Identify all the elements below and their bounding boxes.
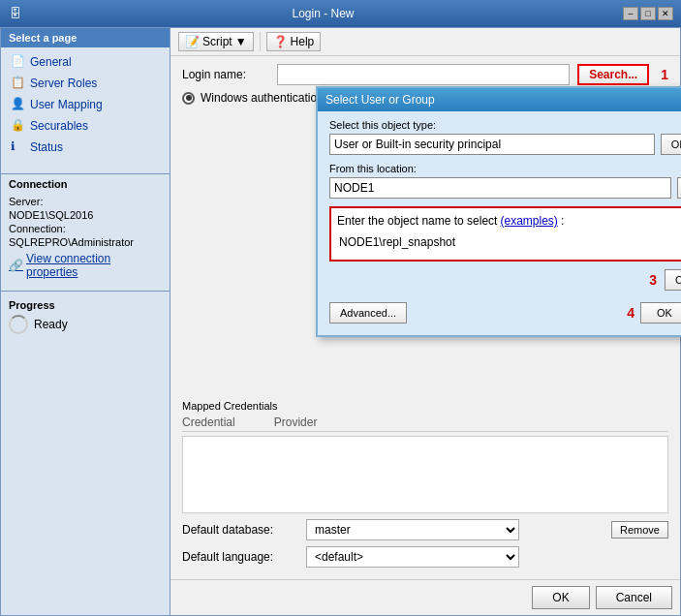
connection-label: Connection: (9, 223, 162, 234)
default-database-label: Default database: (182, 523, 298, 537)
sidebar-item-status[interactable]: ℹ Status (5, 137, 166, 158)
search-button[interactable]: Search... (577, 64, 649, 85)
script-label: Script (202, 35, 232, 48)
login-name-row: Login name: Search... 1 (182, 64, 668, 85)
connection-title: Connection (9, 178, 162, 190)
progress-spinner (9, 315, 28, 334)
locations-button[interactable]: Locations... (677, 177, 681, 199)
help-label: Help (291, 35, 315, 48)
cancel-button[interactable]: Cancel (596, 586, 672, 609)
toolbar: 📝 Script ▼ ❓ Help (170, 28, 680, 56)
progress-status: Ready (34, 318, 68, 331)
connection-value: SQLREPRO\Administrator (9, 236, 162, 248)
modal-title: Select User or Group (325, 93, 435, 107)
securables-icon: 🔒 (11, 118, 26, 134)
sidebar: Select a page 📄 General 📋 Server Roles 👤… (1, 28, 170, 615)
server-label: Server: (9, 196, 162, 207)
check-names-button[interactable]: Check Names (665, 269, 681, 291)
sidebar-item-general[interactable]: 📄 General (5, 51, 166, 73)
modal-body: Select this object type: Object Types...… (318, 111, 681, 335)
maximize-button[interactable]: □ (640, 7, 656, 20)
app-icon: 🗄 (8, 6, 23, 21)
script-dropdown-icon: ▼ (235, 35, 247, 48)
modal-footer: Advanced... 4 OK Cancel (329, 296, 681, 327)
sidebar-item-securables-label: Securables (30, 119, 88, 133)
main-container: Select a page 📄 General 📋 Server Roles 👤… (0, 27, 681, 616)
object-type-input[interactable] (329, 134, 655, 155)
provider-col-header: Provider (274, 416, 318, 429)
credential-col-header: Credential (182, 416, 235, 429)
modal-title-bar: Select User or Group ✕ (318, 88, 681, 111)
server-roles-icon: 📋 (11, 76, 26, 91)
location-label: From this location: (329, 163, 681, 174)
help-button[interactable]: ❓ Help (266, 32, 322, 51)
location-section: From this location: Locations... (329, 163, 681, 199)
content-area: 📝 Script ▼ ❓ Help Login name: Search... … (170, 28, 680, 615)
ok-button[interactable]: OK (532, 586, 589, 609)
progress-title: Progress (9, 299, 162, 311)
sidebar-item-general-label: General (30, 55, 72, 69)
object-type-row: Object Types... (329, 134, 681, 155)
toolbar-separator (260, 32, 261, 51)
footer-right: 4 OK Cancel (627, 302, 681, 323)
default-language-label: Default language: (182, 550, 298, 564)
sidebar-header: Select a page (1, 28, 170, 47)
view-connection-link[interactable]: 🔗 View connection properties (9, 252, 162, 279)
connection-link-icon: 🔗 (9, 259, 23, 272)
help-icon: ❓ (273, 35, 288, 48)
general-icon: 📄 (11, 54, 26, 70)
remove-button[interactable]: Remove (611, 521, 668, 539)
sidebar-item-securables[interactable]: 🔒 Securables (5, 115, 166, 137)
view-connection-label: View connection properties (26, 252, 162, 279)
credentials-table (182, 436, 668, 513)
mapped-credentials-label: Mapped Credentials (182, 400, 668, 412)
object-types-button[interactable]: Object Types... (661, 134, 681, 155)
user-mapping-icon: 👤 (11, 97, 26, 112)
windows-auth-radio[interactable] (182, 92, 195, 105)
sidebar-item-status-label: Status (30, 140, 63, 154)
progress-section: Progress Ready (1, 291, 170, 342)
default-database-row: Default database: master (182, 519, 611, 540)
sidebar-item-server-roles-label: Server Roles (30, 77, 97, 90)
windows-auth-label: Windows authentication (201, 91, 324, 105)
select-user-dialog: Select User or Group ✕ Select this objec… (316, 86, 681, 337)
location-row: Locations... (329, 177, 681, 199)
check-names-row: 3 Check Names (329, 269, 681, 291)
object-name-input[interactable] (337, 231, 681, 254)
object-type-label: Select this object type: (329, 119, 681, 131)
object-type-section: Select this object type: Object Types... (329, 119, 681, 155)
annotation-4: 4 (627, 305, 635, 321)
status-icon: ℹ (11, 139, 26, 155)
credentials-area: Mapped Credentials Credential Provider R… (170, 394, 680, 579)
close-button[interactable]: ✕ (658, 7, 673, 20)
bottom-buttons: OK Cancel (170, 579, 680, 615)
examples-link[interactable]: (examples) (501, 214, 558, 228)
progress-indicator: Ready (9, 315, 162, 334)
object-name-section: Enter the object name to select (example… (329, 206, 681, 262)
object-name-row: 2 (337, 231, 681, 254)
minimize-button[interactable]: – (623, 7, 638, 20)
script-icon: 📝 (185, 35, 200, 48)
title-bar: 🗄 Login - New – □ ✕ (0, 0, 681, 27)
annotation-1: 1 (661, 67, 668, 82)
default-language-select[interactable]: <default> (306, 546, 519, 568)
credentials-header: Credential Provider (182, 416, 668, 432)
sidebar-item-server-roles[interactable]: 📋 Server Roles (5, 73, 166, 94)
window-controls: – □ ✕ (623, 7, 673, 20)
advanced-button[interactable]: Advanced... (329, 302, 407, 323)
login-name-label: Login name: (182, 68, 269, 81)
window-title: Login - New (23, 7, 623, 20)
default-database-select[interactable]: master (306, 519, 519, 540)
sidebar-item-user-mapping-label: User Mapping (30, 98, 103, 111)
script-button[interactable]: 📝 Script ▼ (178, 32, 254, 51)
location-input[interactable] (329, 177, 671, 199)
object-name-label: Enter the object name to select (example… (337, 214, 681, 228)
default-language-row: Default language: <default> (182, 546, 668, 568)
credentials-section: Mapped Credentials Credential Provider R… (182, 400, 668, 513)
modal-ok-button[interactable]: OK (640, 302, 681, 323)
sidebar-item-user-mapping[interactable]: 👤 User Mapping (5, 94, 166, 115)
login-name-input[interactable] (277, 64, 570, 85)
sidebar-items: 📄 General 📋 Server Roles 👤 User Mapping … (1, 47, 170, 162)
server-value: NODE1\SQL2016 (9, 209, 162, 221)
annotation-3: 3 (649, 272, 657, 288)
